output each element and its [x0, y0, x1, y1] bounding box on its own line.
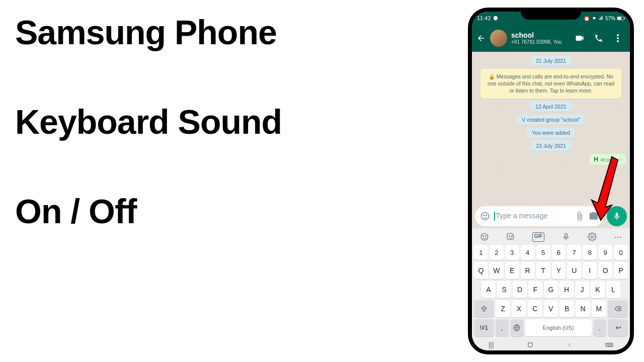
key-6[interactable]: 6 — [552, 245, 566, 260]
key-h[interactable]: H — [559, 281, 574, 298]
key-1[interactable]: 1 — [474, 245, 488, 260]
key-9[interactable]: 9 — [598, 245, 612, 260]
key-l[interactable]: L — [606, 281, 620, 298]
camera-icon[interactable] — [589, 211, 599, 221]
phone-notch — [521, 8, 581, 20]
language-key[interactable] — [510, 319, 523, 336]
key-q[interactable]: Q — [474, 262, 488, 279]
svg-point-5 — [617, 37, 619, 39]
read-ticks-icon: ✓✓ — [614, 157, 622, 163]
chat-body[interactable]: 21 July 2021 🔒 Messages and calls are en… — [472, 52, 630, 204]
key-2[interactable]: 2 — [490, 245, 504, 260]
back-button[interactable] — [476, 34, 486, 43]
comma-key[interactable]: , — [496, 319, 509, 336]
key-a[interactable]: A — [481, 281, 496, 298]
svg-rect-18 — [528, 343, 532, 347]
settings-tool-icon[interactable] — [588, 232, 597, 242]
date-pill: 23 July 2021 — [531, 141, 571, 151]
key-y[interactable]: Y — [552, 262, 566, 279]
alarm-icon: ⏰ — [584, 16, 590, 21]
video-call-button[interactable] — [575, 33, 585, 43]
svg-point-0 — [493, 16, 497, 20]
clock: 11:42 — [477, 15, 491, 21]
svg-point-13 — [509, 236, 510, 237]
battery-text: 57% — [605, 16, 615, 21]
space-key[interactable]: English (US) — [525, 319, 592, 336]
key-v[interactable]: V — [544, 300, 558, 317]
emoji-icon[interactable] — [480, 211, 490, 221]
keyboard-hide-button[interactable]: ⌨ — [605, 342, 613, 348]
key-e[interactable]: E — [505, 262, 519, 279]
key-b[interactable]: B — [559, 300, 574, 317]
key-n[interactable]: N — [576, 300, 590, 317]
back-nav-button[interactable] — [567, 342, 573, 348]
encryption-notice[interactable]: 🔒 Messages and calls are end-to-end encr… — [480, 69, 621, 99]
recents-button[interactable]: ||| — [489, 341, 494, 349]
svg-point-7 — [481, 213, 489, 220]
navigation-bar: ||| ⌨ — [472, 339, 630, 350]
battery-icon — [617, 16, 625, 21]
key-g[interactable]: G — [544, 281, 558, 298]
key-x[interactable]: X — [512, 300, 526, 317]
wifi-icon — [591, 16, 597, 21]
symbols-key[interactable]: !#1 — [474, 319, 494, 336]
keyboard-row-1: QWERTYUIOP — [474, 262, 628, 279]
keyboard-row-numbers: 1234567890 — [474, 245, 628, 260]
key-o[interactable]: O — [598, 262, 612, 279]
key-c[interactable]: C — [528, 300, 542, 317]
keyboard-row-2: ASDFGHJKL — [474, 281, 628, 298]
key-t[interactable]: T — [536, 262, 550, 279]
key-u[interactable]: U — [567, 262, 581, 279]
key-r[interactable]: R — [521, 262, 535, 279]
home-button[interactable] — [527, 341, 534, 348]
title-line-2: Keyboard Sound — [15, 105, 458, 139]
shift-key[interactable] — [474, 300, 494, 317]
system-message: V created group "school" — [517, 115, 585, 125]
sticker-tool-icon[interactable] — [506, 232, 515, 242]
avatar[interactable] — [490, 30, 507, 47]
date-pill: 12 April 2021 — [530, 102, 571, 112]
voice-message-button[interactable] — [607, 206, 627, 226]
message-text: H — [594, 156, 598, 163]
key-j[interactable]: J — [575, 281, 589, 298]
key-d[interactable]: D — [513, 281, 527, 298]
outgoing-message[interactable]: H 48 pm ✓✓ — [590, 154, 626, 165]
key-s[interactable]: S — [497, 281, 511, 298]
input-placeholder: Type a message — [494, 212, 571, 221]
key-7[interactable]: 7 — [567, 245, 581, 260]
svg-point-14 — [511, 236, 512, 237]
attachment-icon[interactable] — [575, 211, 585, 221]
enter-key[interactable] — [608, 319, 628, 336]
key-4[interactable]: 4 — [521, 245, 535, 260]
emoji-tool-icon[interactable] — [480, 232, 489, 242]
period-key[interactable]: . — [593, 319, 606, 336]
key-w[interactable]: W — [490, 262, 504, 279]
date-pill: 21 July 2021 — [531, 56, 571, 66]
voice-tool-icon[interactable] — [561, 232, 571, 242]
key-8[interactable]: 8 — [583, 245, 597, 260]
keyboard-row-bottom: !#1 , English (US) . — [474, 319, 628, 336]
key-z[interactable]: Z — [496, 300, 510, 317]
key-k[interactable]: K — [591, 281, 605, 298]
key-i[interactable]: I — [583, 262, 597, 279]
svg-rect-15 — [565, 233, 568, 237]
chat-name: school — [511, 32, 571, 39]
key-5[interactable]: 5 — [536, 245, 550, 260]
key-m[interactable]: M — [592, 300, 606, 317]
svg-point-4 — [617, 34, 619, 36]
phone-frame: 11:42 ⏰ 57% — [468, 8, 634, 354]
svg-point-9 — [486, 215, 487, 216]
message-input[interactable]: Type a message — [475, 206, 604, 226]
key-f[interactable]: F — [528, 281, 542, 298]
voice-call-button[interactable] — [594, 33, 604, 43]
system-message: You were added — [527, 128, 575, 138]
gif-tool-icon[interactable]: GIF — [532, 232, 545, 242]
more-options-button[interactable] — [613, 33, 623, 43]
key-0[interactable]: 0 — [614, 245, 628, 260]
more-tool-icon[interactable]: ⋯ — [614, 232, 622, 242]
backspace-key[interactable] — [608, 300, 628, 317]
key-3[interactable]: 3 — [505, 245, 519, 260]
chat-title-block[interactable]: school +91 76781 03998, You — [511, 32, 571, 45]
title-line-3: On / Off — [15, 194, 458, 228]
key-p[interactable]: P — [614, 262, 628, 279]
